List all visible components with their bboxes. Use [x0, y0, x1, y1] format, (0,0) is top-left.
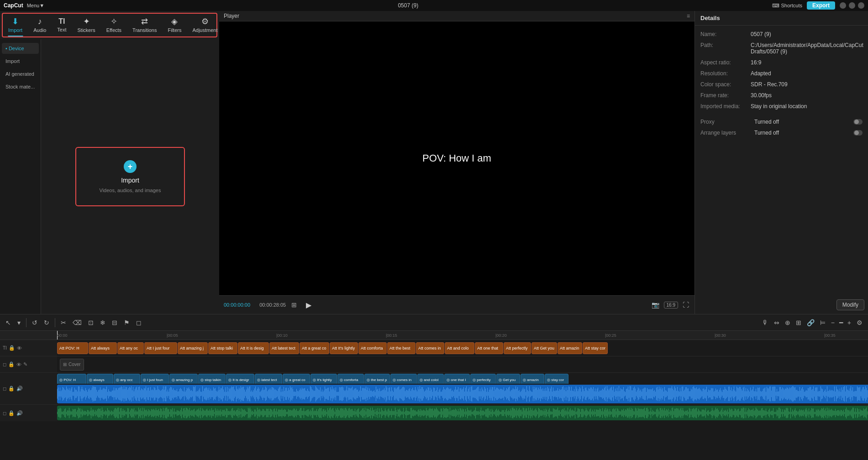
cover-track-eye-icon[interactable]: 👁 — [16, 362, 21, 367]
toolbar-item-effects[interactable]: ✧ Effects — [101, 14, 127, 37]
clip-text-15[interactable]: Att perfectly — [504, 342, 531, 354]
toolbar-item-text[interactable]: TI Text — [52, 14, 72, 36]
toolbar-item-filters[interactable]: ◈ Filters — [162, 14, 187, 37]
clip-text-7[interactable]: Att latest tect — [269, 342, 299, 354]
clip-text-11[interactable]: Att the best — [387, 342, 416, 354]
bookmark-button[interactable]: ⚑ — [122, 318, 132, 327]
player-menu-icon[interactable]: ≡ — [687, 13, 690, 19]
split-button[interactable]: ✂ — [59, 318, 68, 327]
cover-clip[interactable]: ⊞ Cover — [60, 359, 84, 371]
crop-button[interactable]: ⊡ — [86, 318, 95, 327]
proxy-toggle[interactable] — [853, 119, 863, 125]
clip-text-16[interactable]: Att Get you — [531, 342, 557, 354]
maximize-button[interactable] — [849, 2, 855, 9]
select-mode-button[interactable]: ▾ — [16, 318, 22, 327]
grid-view-icon[interactable]: ⊞ — [290, 300, 298, 309]
text-track-eye-icon[interactable]: 👁 — [17, 345, 22, 351]
clip-text-18[interactable]: Att stay cor — [583, 342, 608, 354]
audio-clip-17[interactable]: ◎ amazin — [521, 374, 544, 384]
svg-rect-1636 — [738, 409, 739, 418]
menu-button[interactable]: Menu▼ — [27, 3, 44, 8]
settings-icon[interactable]: ⚙ — [855, 318, 864, 327]
clip-text-10[interactable]: Att comforta — [358, 342, 387, 354]
audio-clip-10[interactable]: ◎ comforta — [337, 374, 364, 384]
snap-button[interactable]: ⊕ — [783, 318, 792, 327]
audio-clip-7[interactable]: ◎ latest tect — [255, 374, 282, 384]
sidebar-item-ai[interactable]: AI generated — [2, 68, 39, 79]
sidebar-item-import[interactable]: Import — [2, 56, 39, 67]
clip-text-3[interactable]: Att I just four — [144, 342, 177, 354]
clip-text-12[interactable]: Att comes in — [416, 342, 444, 354]
marker-button[interactable]: ◻ — [134, 318, 143, 327]
toolbar-item-adjustment[interactable]: ⚙ Adjustment — [187, 14, 223, 37]
text-track-lock-icon[interactable]: 🔒 — [9, 345, 15, 351]
audio-clip-18[interactable]: ◎ stay cor — [545, 374, 568, 384]
align2-button[interactable]: ⊨ — [818, 318, 827, 327]
audio-clip-13[interactable]: ◎ and colol — [417, 374, 444, 384]
clip-text-4[interactable]: Att amazing j — [178, 342, 208, 354]
cover-track-edit-icon[interactable]: ✎ — [23, 361, 27, 367]
audio2-track-lock-icon[interactable]: 🔒 — [8, 410, 15, 416]
clip-text-1[interactable]: Att always — [89, 342, 117, 354]
sidebar-item-device[interactable]: • Device — [2, 43, 39, 54]
toolbar-item-transitions[interactable]: ⇄ Transitions — [127, 14, 162, 37]
mic-button[interactable]: 🎙 — [760, 318, 770, 327]
modify-button[interactable]: Modify — [836, 299, 864, 310]
audio-clip-14[interactable]: ◎ one that I — [444, 374, 470, 384]
toolbar-item-stickers[interactable]: ✦ Stickers — [72, 14, 101, 37]
fullscreen-icon[interactable]: ⛶ — [682, 300, 690, 309]
audio-clip-16[interactable]: ◎ Get you — [496, 374, 520, 384]
play-button[interactable]: ▶ — [302, 298, 315, 311]
align-button[interactable]: ⊞ — [794, 318, 803, 327]
close-button[interactable] — [858, 2, 864, 9]
zoom-out-button[interactable]: − — [829, 318, 836, 327]
audio-clip-3[interactable]: ◎ I just foun — [141, 374, 169, 384]
arrange-layers-toggle[interactable] — [853, 130, 863, 136]
audio-clip-1[interactable]: ◎ always — [87, 374, 113, 384]
track-link-button[interactable]: ⇔ — [772, 318, 781, 327]
cover-track-lock-icon[interactable]: 🔒 — [8, 361, 15, 367]
shortcuts-button[interactable]: ⌨ Shortcuts — [772, 3, 802, 9]
audio-clip-6[interactable]: ◎ It is desigr — [226, 374, 254, 384]
audio1-track-volume-icon[interactable]: 🔊 — [16, 386, 23, 392]
svg-rect-1138 — [284, 410, 284, 416]
clip-text-5[interactable]: Att stop talki — [208, 342, 237, 354]
audio-clip-2[interactable]: ◎ any occ — [114, 374, 140, 384]
toolbar-item-import[interactable]: ⬇ Import — [3, 14, 28, 37]
zoom-slider[interactable]: ━ — [837, 318, 845, 327]
clip-text-9[interactable]: Att It's lightly — [330, 342, 358, 354]
clip-text-14[interactable]: Att one that — [475, 342, 503, 354]
clip-text-0[interactable]: Att POV: H — [57, 342, 88, 354]
audio-clip-8[interactable]: ◎ a great co — [283, 374, 310, 384]
trim-button[interactable]: ⊟ — [110, 318, 119, 327]
audio1-track-lock-icon[interactable]: 🔒 — [8, 386, 15, 392]
timeline-scroll-area[interactable]: 00:00 |00:05 |00:10 |00:15 |00:20 |00:25… — [57, 331, 868, 460]
export-button[interactable]: Export — [807, 1, 835, 10]
delete-button[interactable]: ⌫ — [71, 318, 84, 327]
minimize-button[interactable] — [840, 2, 846, 9]
redo-button[interactable]: ↻ — [42, 318, 51, 327]
audio-clip-0[interactable]: ◎ POV: H — [57, 374, 86, 384]
audio2-track-volume-icon[interactable]: 🔊 — [16, 410, 23, 416]
clip-text-17[interactable]: Att amazin — [558, 342, 582, 354]
sidebar-item-stock[interactable]: Stock mate... — [2, 81, 39, 92]
audio-clip-9[interactable]: ◎ It's lightly — [310, 374, 337, 384]
link-button[interactable]: 🔗 — [805, 318, 816, 327]
toolbar-item-audio[interactable]: ♪ Audio — [28, 14, 52, 37]
audio-clip-15[interactable]: ◎ perfectly — [470, 374, 496, 384]
import-drop-box[interactable]: + Import Videos, audios, and images — [75, 147, 185, 206]
audio-clip-12[interactable]: ◎ comes in — [390, 374, 417, 384]
clip-text-2[interactable]: Att any oc — [117, 342, 144, 354]
zoom-in-button[interactable]: + — [846, 318, 853, 327]
svg-rect-1344 — [472, 412, 472, 414]
select-tool-button[interactable]: ↖ — [4, 318, 13, 327]
screenshot-icon[interactable]: 📷 — [651, 300, 660, 309]
clip-text-13[interactable]: Att and colo — [445, 342, 474, 354]
clip-text-6[interactable]: Att It is desig — [238, 342, 269, 354]
audio-clip-11[interactable]: ◎ the best p — [364, 374, 390, 384]
audio-clip-4[interactable]: ◎ amazing p — [169, 374, 198, 384]
freeze-button[interactable]: ❄ — [98, 318, 107, 327]
undo-button[interactable]: ↺ — [30, 318, 39, 327]
clip-text-8[interactable]: Att a great co — [300, 342, 329, 354]
audio-clip-5[interactable]: ◎ stop talkin — [198, 374, 226, 384]
